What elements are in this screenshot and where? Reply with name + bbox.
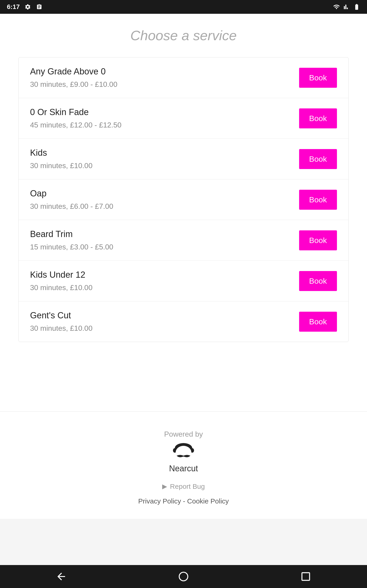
svg-rect-5 (302, 573, 310, 580)
service-info: Any Grade Above 030 minutes, £9.00 - £10… (30, 67, 117, 89)
nav-bar (0, 565, 367, 588)
report-bug-icon: ▶ (162, 483, 167, 490)
book-button[interactable]: Book (299, 108, 337, 128)
book-button[interactable]: Book (299, 271, 337, 291)
book-button[interactable]: Book (299, 68, 337, 88)
service-name: Kids (30, 148, 92, 158)
service-info: Oap30 minutes, £6.00 - £7.00 (30, 189, 113, 211)
book-button[interactable]: Book (299, 190, 337, 210)
service-info: Beard Trim15 minutes, £3.00 - £5.00 (30, 229, 113, 251)
service-item: Any Grade Above 030 minutes, £9.00 - £10… (19, 57, 348, 98)
nearcut-brand-name: Nearcut (169, 464, 198, 473)
signal-icon (343, 3, 350, 10)
service-details: 45 minutes, £12.00 - £12.50 (30, 121, 122, 129)
book-button[interactable]: Book (299, 149, 337, 169)
battery-icon (353, 3, 360, 10)
mustache-icon (170, 443, 197, 461)
cookie-policy-link[interactable]: Cookie Policy (187, 497, 229, 505)
nearcut-logo: Nearcut (169, 443, 198, 473)
service-details: 15 minutes, £3.00 - £5.00 (30, 243, 113, 251)
back-button[interactable] (54, 570, 68, 583)
report-bug-text: Report Bug (170, 483, 205, 490)
home-button[interactable] (177, 570, 190, 583)
book-button[interactable]: Book (299, 312, 337, 332)
service-item: Gent's Cut30 minutes, £10.00Book (19, 301, 348, 342)
service-details: 30 minutes, £10.00 (30, 324, 92, 333)
svg-point-3 (176, 446, 191, 459)
services-list: Any Grade Above 030 minutes, £9.00 - £10… (18, 57, 349, 342)
service-info: Kids30 minutes, £10.00 (30, 148, 92, 170)
service-name: Any Grade Above 0 (30, 67, 117, 77)
status-right (333, 3, 360, 10)
footer-links: Privacy Policy - Cookie Policy (138, 497, 229, 505)
report-bug-link[interactable]: ▶ Report Bug (162, 483, 205, 490)
status-time: 6:17 (7, 3, 20, 10)
service-item: Beard Trim15 minutes, £3.00 - £5.00Book (19, 220, 348, 261)
service-name: Beard Trim (30, 229, 113, 239)
service-details: 30 minutes, £9.00 - £10.00 (30, 80, 117, 89)
footer-separator: - (183, 497, 185, 505)
service-name: 0 Or Skin Fade (30, 107, 122, 117)
svg-point-4 (179, 572, 188, 581)
service-info: Kids Under 1230 minutes, £10.00 (30, 270, 92, 292)
settings-icon (24, 3, 31, 10)
service-item: 0 Or Skin Fade45 minutes, £12.00 - £12.5… (19, 98, 348, 139)
clipboard-icon (36, 3, 43, 10)
status-left: 6:17 (7, 3, 43, 10)
service-name: Gent's Cut (30, 311, 92, 320)
service-info: 0 Or Skin Fade45 minutes, £12.00 - £12.5… (30, 107, 122, 129)
service-item: Kids Under 1230 minutes, £10.00Book (19, 261, 348, 301)
service-name: Kids Under 12 (30, 270, 92, 280)
service-name: Oap (30, 189, 113, 199)
privacy-policy-link[interactable]: Privacy Policy (138, 497, 181, 505)
service-details: 30 minutes, £10.00 (30, 162, 92, 170)
service-item: Oap30 minutes, £6.00 - £7.00Book (19, 179, 348, 220)
main-content: Choose a service Any Grade Above 030 min… (0, 14, 367, 411)
service-details: 30 minutes, £6.00 - £7.00 (30, 202, 113, 211)
book-button[interactable]: Book (299, 230, 337, 250)
service-info: Gent's Cut30 minutes, £10.00 (30, 311, 92, 333)
service-details: 30 minutes, £10.00 (30, 284, 92, 292)
status-bar: 6:17 (0, 0, 367, 14)
service-item: Kids30 minutes, £10.00Book (19, 139, 348, 179)
wifi-icon (333, 3, 340, 10)
page-title: Choose a service (130, 27, 237, 43)
footer: Powered by Nearcut ▶ Report Bug Privacy … (0, 411, 367, 519)
powered-by-text: Powered by (164, 430, 203, 439)
recents-button[interactable] (299, 570, 313, 583)
